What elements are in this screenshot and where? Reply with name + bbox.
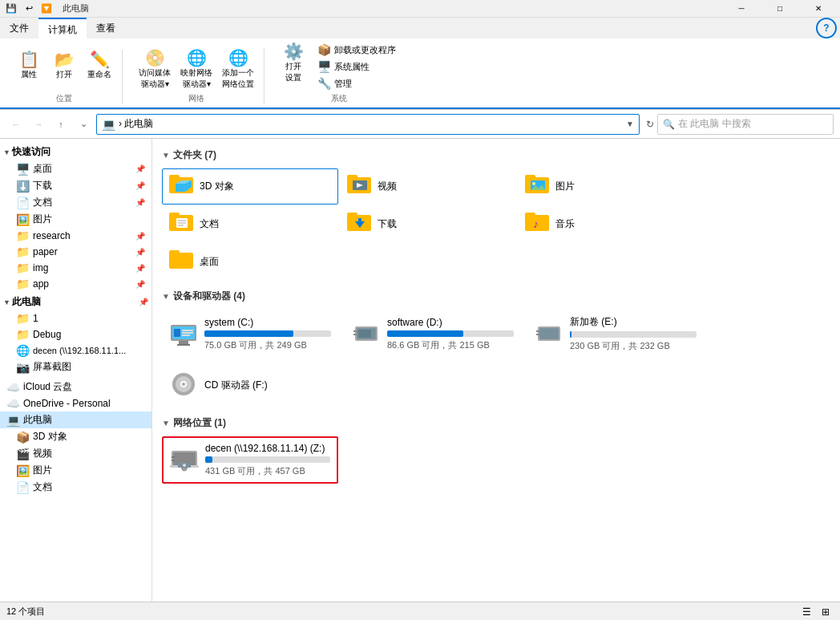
folder-item-video[interactable]: 视频 xyxy=(340,168,516,205)
ribbon-group-system-items: ⚙️ 打开设置 📦 卸载或更改程序 🖥️ 系统属性 🔧 管理 xyxy=(277,42,401,91)
search-box[interactable]: 🔍 在 此电脑 中搜索 xyxy=(657,114,834,135)
sidebar-screenshot-label: 屏幕截图 xyxy=(33,360,71,374)
ribbon-settings-button[interactable]: ⚙️ 打开设置 xyxy=(277,42,309,85)
folder-item-desktop[interactable]: 桌面 xyxy=(162,244,338,280)
sidebar-item-desktop[interactable]: 🖥️ 桌面 📌 xyxy=(0,160,151,177)
img-icon: 📁 xyxy=(16,261,30,274)
sidebar-item-this-pc[interactable]: 💻 此电脑 xyxy=(0,411,151,428)
sidebar-1-label: 1 xyxy=(33,313,38,324)
desktop-folder-label: 桌面 xyxy=(200,255,219,269)
close-button[interactable]: ✕ xyxy=(800,0,837,21)
svg-rect-36 xyxy=(182,334,190,336)
sidebar-item-decen[interactable]: 🌐 decen (\\192.168.11.1... xyxy=(0,342,151,359)
sidebar-item-downloads[interactable]: ⬇️ 下载 📌 xyxy=(0,177,151,194)
quick-access-arrow: ▼ xyxy=(3,148,10,156)
ribbon-add-network-button[interactable]: 🌐 添加一个网络位置 xyxy=(219,48,257,91)
sidebar-item-debug[interactable]: 📁 Debug xyxy=(0,326,151,342)
sidebar-item-onedrive[interactable]: ☁️ OneDrive - Personal xyxy=(0,395,151,411)
uninstall-icon: 📦 xyxy=(317,43,331,56)
folder-item-3d[interactable]: 3D 对象 xyxy=(162,168,338,205)
forward-button[interactable]: → xyxy=(29,115,48,134)
network-grid: decen (\\192.168.11.14) (Z:) 431 GB 可用，共… xyxy=(162,436,830,484)
qat-down[interactable]: 🔽 xyxy=(38,1,55,17)
recent-button[interactable]: ⌄ xyxy=(74,115,93,134)
ribbon-open-button[interactable]: 📂 打开 xyxy=(48,50,80,82)
docs-folder-label: 文档 xyxy=(200,217,219,231)
open-icon: 📂 xyxy=(55,51,75,67)
tab-file[interactable]: 文件 xyxy=(0,18,38,38)
svg-rect-21 xyxy=(347,213,357,217)
sidebar-item-3d[interactable]: 📦 3D 对象 xyxy=(0,428,151,445)
address-dropdown-arrow[interactable]: ▼ xyxy=(626,120,634,128)
research-icon: 📁 xyxy=(16,229,30,242)
drive-item-c[interactable]: system (C:) 75.0 GB 可用，共 249 GB xyxy=(162,310,338,358)
maximize-button[interactable]: □ xyxy=(761,0,798,21)
ribbon-map-drive-button[interactable]: 🌐 映射网络驱动器▾ xyxy=(177,48,216,91)
svg-rect-27 xyxy=(169,253,193,269)
folder-item-docs[interactable]: 文档 xyxy=(162,206,338,242)
svg-rect-15 xyxy=(169,213,180,217)
drive-d-bar xyxy=(387,330,463,337)
ribbon-content: 📋 属性 📂 打开 ✏️ 重命名 位置 📀 访问媒体驱动器▾ xyxy=(0,38,840,109)
content-area: ▼ 文件夹 (7) 3D 对象 xyxy=(152,139,840,602)
refresh-button[interactable]: ↻ xyxy=(646,119,654,130)
sidebar-item-paper[interactable]: 📁 paper 📌 xyxy=(0,244,151,260)
sidebar-item-icloud[interactable]: ☁️ iCloud 云盘 xyxy=(0,379,151,395)
svg-rect-39 xyxy=(353,330,357,332)
qat-undo[interactable]: ↩ xyxy=(21,1,37,17)
drive-f-icon xyxy=(169,370,198,401)
this-pc-icon: 💻 xyxy=(6,414,20,427)
sidebar-item-docs[interactable]: 📄 文档 📌 xyxy=(0,194,151,211)
up-button[interactable]: ↑ xyxy=(51,115,71,134)
svg-rect-25 xyxy=(525,213,535,217)
ribbon-media-drive-button[interactable]: 📀 访问媒体驱动器▾ xyxy=(135,48,174,91)
sidebar-item-doc2[interactable]: 📄 文档 xyxy=(0,479,151,496)
sidebar-item-1[interactable]: 📁 1 xyxy=(0,310,151,326)
decen-icon: 🌐 xyxy=(16,344,30,357)
sidebar-item-screenshot[interactable]: 📷 屏幕截图 xyxy=(0,359,151,375)
sidebar-item-pictures[interactable]: 🖼️ 图片 xyxy=(0,211,151,228)
sidebar-item-pic[interactable]: 🖼️ 图片 xyxy=(0,462,151,479)
ribbon-uninstall-button[interactable]: 📦 卸载或更改程序 xyxy=(313,42,401,58)
sidebar-decen-label: decen (\\192.168.11.1... xyxy=(33,346,126,355)
qat-save[interactable]: 💾 xyxy=(3,1,19,17)
help-button[interactable]: ? xyxy=(816,18,837,38)
sidebar-icloud-label: iCloud 云盘 xyxy=(23,380,72,394)
drive-item-d[interactable]: software (D:) 86.6 GB 可用，共 215 GB xyxy=(345,310,521,358)
sidebar-item-app[interactable]: 📁 app 📌 xyxy=(0,276,151,292)
pic-sidebar-icon: 🖼️ xyxy=(16,464,30,477)
svg-rect-40 xyxy=(353,334,357,335)
sidebar-item-img[interactable]: 📁 img 📌 xyxy=(0,260,151,276)
view-grid-button[interactable]: ⊞ xyxy=(818,604,834,620)
quick-access-section[interactable]: ▼ 快速访问 xyxy=(0,142,151,160)
address-box[interactable]: 💻 › 此电脑 ▼ xyxy=(96,114,640,135)
doc2-sidebar-icon: 📄 xyxy=(16,481,30,494)
folder-item-picture[interactable]: 图片 xyxy=(518,168,694,205)
3d-sidebar-icon: 📦 xyxy=(16,431,30,444)
drive-d-bar-bg xyxy=(387,330,514,337)
ribbon-system-props-button[interactable]: 🖥️ 系统属性 xyxy=(313,59,401,75)
ribbon-manage-button[interactable]: 🔧 管理 xyxy=(313,75,401,91)
drive-item-f[interactable]: CD 驱动器 (F:) xyxy=(162,364,338,407)
view-list-button[interactable]: ☰ xyxy=(798,604,814,620)
picture-icon xyxy=(525,172,551,201)
ribbon-properties-button[interactable]: 📋 属性 xyxy=(13,50,45,82)
tab-computer[interactable]: 计算机 xyxy=(38,18,87,38)
tab-view[interactable]: 查看 xyxy=(87,18,125,38)
drive-d-name: software (D:) xyxy=(387,317,514,328)
docs-folder-icon xyxy=(169,210,195,238)
back-button[interactable]: ← xyxy=(6,115,26,134)
drive-item-z[interactable]: decen (\\192.168.11.14) (Z:) 431 GB 可用，共… xyxy=(162,436,338,484)
sidebar-item-video[interactable]: 🎬 视频 xyxy=(0,445,151,462)
media-drive-icon: 📀 xyxy=(145,50,165,66)
minimize-button[interactable]: ─ xyxy=(723,0,760,21)
app-icon: 📁 xyxy=(16,278,30,290)
sidebar-item-research[interactable]: 📁 research 📌 xyxy=(0,228,151,244)
drive-item-e[interactable]: 新加卷 (E:) 230 GB 可用，共 232 GB xyxy=(527,310,704,358)
sidebar: ▼ 快速访问 🖥️ 桌面 📌 ⬇️ 下载 📌 📄 文档 📌 🖼️ 图片 📁 re… xyxy=(0,139,152,602)
this-pc-section[interactable]: ▼ 此电脑 📌 xyxy=(0,292,151,310)
folder-item-download[interactable]: 下载 xyxy=(340,206,516,242)
downloads-pin: 📌 xyxy=(135,181,145,190)
folder-item-music[interactable]: ♪ 音乐 xyxy=(518,206,694,242)
ribbon-rename-button[interactable]: ✏️ 重命名 xyxy=(83,50,115,82)
